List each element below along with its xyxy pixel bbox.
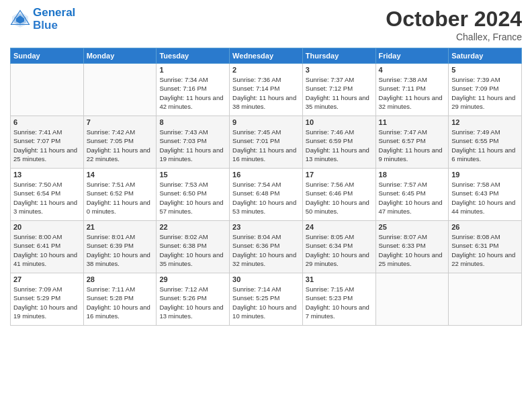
day-number: 6 [13, 118, 81, 126]
calendar-cell: 19Sunrise: 7:58 AM Sunset: 6:43 PM Dayli… [449, 169, 522, 221]
weekday-header-monday: Monday [83, 48, 157, 64]
day-info: Sunrise: 7:34 AM Sunset: 7:16 PM Dayligh… [159, 75, 226, 111]
day-info: Sunrise: 7:58 AM Sunset: 6:43 PM Dayligh… [451, 180, 519, 216]
day-info: Sunrise: 7:56 AM Sunset: 6:46 PM Dayligh… [306, 180, 373, 216]
day-info: Sunrise: 8:00 AM Sunset: 6:41 PM Dayligh… [13, 232, 81, 268]
day-number: 30 [232, 275, 300, 283]
day-number: 15 [159, 171, 226, 179]
day-info: Sunrise: 7:09 AM Sunset: 5:29 PM Dayligh… [13, 285, 81, 320]
weekday-header-thursday: Thursday [302, 48, 375, 64]
day-info: Sunrise: 8:07 AM Sunset: 6:33 PM Dayligh… [379, 232, 446, 268]
calendar-cell: 2Sunrise: 7:36 AM Sunset: 7:14 PM Daylig… [230, 64, 303, 116]
day-info: Sunrise: 7:49 AM Sunset: 6:55 PM Dayligh… [451, 128, 519, 163]
day-info: Sunrise: 8:01 AM Sunset: 6:39 PM Dayligh… [87, 232, 154, 268]
day-info: Sunrise: 7:11 AM Sunset: 5:28 PM Dayligh… [87, 285, 154, 320]
day-number: 10 [306, 118, 373, 126]
calendar-cell [11, 64, 84, 116]
weekday-header-wednesday: Wednesday [230, 48, 303, 64]
calendar-cell: 21Sunrise: 8:01 AM Sunset: 6:39 PM Dayli… [83, 221, 157, 273]
calendar-cell: 30Sunrise: 7:14 AM Sunset: 5:25 PM Dayli… [230, 273, 303, 326]
calendar-cell: 26Sunrise: 8:08 AM Sunset: 6:31 PM Dayli… [449, 221, 522, 273]
calendar-cell: 6Sunrise: 7:41 AM Sunset: 7:07 PM Daylig… [11, 116, 84, 169]
calendar-cell: 9Sunrise: 7:45 AM Sunset: 7:01 PM Daylig… [230, 116, 303, 169]
day-info: Sunrise: 7:39 AM Sunset: 7:09 PM Dayligh… [451, 75, 519, 111]
day-info: Sunrise: 7:41 AM Sunset: 7:07 PM Dayligh… [13, 128, 81, 163]
day-number: 3 [306, 66, 373, 74]
weekday-header-tuesday: Tuesday [157, 48, 230, 64]
weekday-header-row: SundayMondayTuesdayWednesdayThursdayFrid… [11, 48, 522, 64]
day-info: Sunrise: 7:37 AM Sunset: 7:12 PM Dayligh… [306, 75, 373, 111]
day-number: 20 [13, 223, 81, 231]
day-number: 4 [379, 66, 446, 74]
day-info: Sunrise: 7:51 AM Sunset: 6:52 PM Dayligh… [87, 180, 154, 216]
calendar-cell: 1Sunrise: 7:34 AM Sunset: 7:16 PM Daylig… [157, 64, 230, 116]
day-info: Sunrise: 7:50 AM Sunset: 6:54 PM Dayligh… [13, 180, 81, 216]
day-number: 27 [13, 275, 81, 283]
calendar-cell: 7Sunrise: 7:42 AM Sunset: 7:05 PM Daylig… [83, 116, 157, 169]
week-row-3: 13Sunrise: 7:50 AM Sunset: 6:54 PM Dayli… [11, 169, 522, 221]
calendar-cell: 31Sunrise: 7:15 AM Sunset: 5:23 PM Dayli… [302, 273, 375, 326]
calendar-cell: 3Sunrise: 7:37 AM Sunset: 7:12 PM Daylig… [302, 64, 375, 116]
day-number: 13 [13, 171, 81, 179]
day-number: 19 [451, 171, 519, 179]
calendar-cell: 24Sunrise: 8:05 AM Sunset: 6:34 PM Dayli… [302, 221, 375, 273]
calendar-cell: 28Sunrise: 7:11 AM Sunset: 5:28 PM Dayli… [83, 273, 157, 326]
logo: General Blue [10, 7, 75, 32]
calendar-cell [449, 273, 522, 326]
calendar-cell: 10Sunrise: 7:46 AM Sunset: 6:59 PM Dayli… [302, 116, 375, 169]
day-number: 18 [379, 171, 446, 179]
day-info: Sunrise: 7:36 AM Sunset: 7:14 PM Dayligh… [232, 75, 300, 111]
calendar-cell: 11Sunrise: 7:47 AM Sunset: 6:57 PM Dayli… [375, 116, 449, 169]
header: General Blue October 2024 Challex, Franc… [10, 7, 522, 42]
location: Challex, France [386, 32, 522, 42]
day-info: Sunrise: 7:46 AM Sunset: 6:59 PM Dayligh… [306, 128, 373, 163]
calendar-cell [83, 64, 157, 116]
day-number: 25 [379, 223, 446, 231]
day-info: Sunrise: 8:05 AM Sunset: 6:34 PM Dayligh… [306, 232, 373, 268]
day-info: Sunrise: 7:54 AM Sunset: 6:48 PM Dayligh… [232, 180, 300, 216]
day-number: 28 [87, 275, 154, 283]
day-number: 31 [306, 275, 373, 283]
week-row-2: 6Sunrise: 7:41 AM Sunset: 7:07 PM Daylig… [11, 116, 522, 169]
day-info: Sunrise: 7:45 AM Sunset: 7:01 PM Dayligh… [232, 128, 300, 163]
day-info: Sunrise: 7:14 AM Sunset: 5:25 PM Dayligh… [232, 285, 300, 320]
page-container: General Blue October 2024 Challex, Franc… [0, 0, 532, 332]
day-info: Sunrise: 7:57 AM Sunset: 6:45 PM Dayligh… [379, 180, 446, 216]
calendar-cell: 29Sunrise: 7:12 AM Sunset: 5:26 PM Dayli… [157, 273, 230, 326]
day-number: 29 [159, 275, 226, 283]
day-number: 5 [451, 66, 519, 74]
day-number: 22 [159, 223, 226, 231]
calendar-cell: 15Sunrise: 7:53 AM Sunset: 6:50 PM Dayli… [157, 169, 230, 221]
calendar-table: SundayMondayTuesdayWednesdayThursdayFrid… [10, 48, 522, 326]
calendar-cell: 18Sunrise: 7:57 AM Sunset: 6:45 PM Dayli… [375, 169, 449, 221]
day-number: 26 [451, 223, 519, 231]
calendar-cell: 22Sunrise: 8:02 AM Sunset: 6:38 PM Dayli… [157, 221, 230, 273]
calendar-cell: 8Sunrise: 7:43 AM Sunset: 7:03 PM Daylig… [157, 116, 230, 169]
calendar-cell: 12Sunrise: 7:49 AM Sunset: 6:55 PM Dayli… [449, 116, 522, 169]
day-info: Sunrise: 8:04 AM Sunset: 6:36 PM Dayligh… [232, 232, 300, 268]
day-number: 21 [87, 223, 154, 231]
calendar-cell: 17Sunrise: 7:56 AM Sunset: 6:46 PM Dayli… [302, 169, 375, 221]
weekday-header-saturday: Saturday [449, 48, 522, 64]
day-number: 17 [306, 171, 373, 179]
day-number: 16 [232, 171, 300, 179]
calendar-cell: 14Sunrise: 7:51 AM Sunset: 6:52 PM Dayli… [83, 169, 157, 221]
logo-icon [10, 9, 30, 30]
week-row-4: 20Sunrise: 8:00 AM Sunset: 6:41 PM Dayli… [11, 221, 522, 273]
day-info: Sunrise: 8:08 AM Sunset: 6:31 PM Dayligh… [451, 232, 519, 268]
day-number: 24 [306, 223, 373, 231]
week-row-1: 1Sunrise: 7:34 AM Sunset: 7:16 PM Daylig… [11, 64, 522, 116]
title-block: October 2024 Challex, France [386, 7, 522, 42]
calendar-cell: 16Sunrise: 7:54 AM Sunset: 6:48 PM Dayli… [230, 169, 303, 221]
calendar-cell [375, 273, 449, 326]
day-number: 14 [87, 171, 154, 179]
day-info: Sunrise: 7:53 AM Sunset: 6:50 PM Dayligh… [159, 180, 226, 216]
month-title: October 2024 [386, 7, 522, 32]
day-info: Sunrise: 7:15 AM Sunset: 5:23 PM Dayligh… [306, 285, 373, 320]
calendar-cell: 4Sunrise: 7:38 AM Sunset: 7:11 PM Daylig… [375, 64, 449, 116]
day-number: 12 [451, 118, 519, 126]
calendar-cell: 13Sunrise: 7:50 AM Sunset: 6:54 PM Dayli… [11, 169, 84, 221]
calendar-cell: 25Sunrise: 8:07 AM Sunset: 6:33 PM Dayli… [375, 221, 449, 273]
day-number: 8 [159, 118, 226, 126]
logo-text: General Blue [33, 7, 75, 32]
